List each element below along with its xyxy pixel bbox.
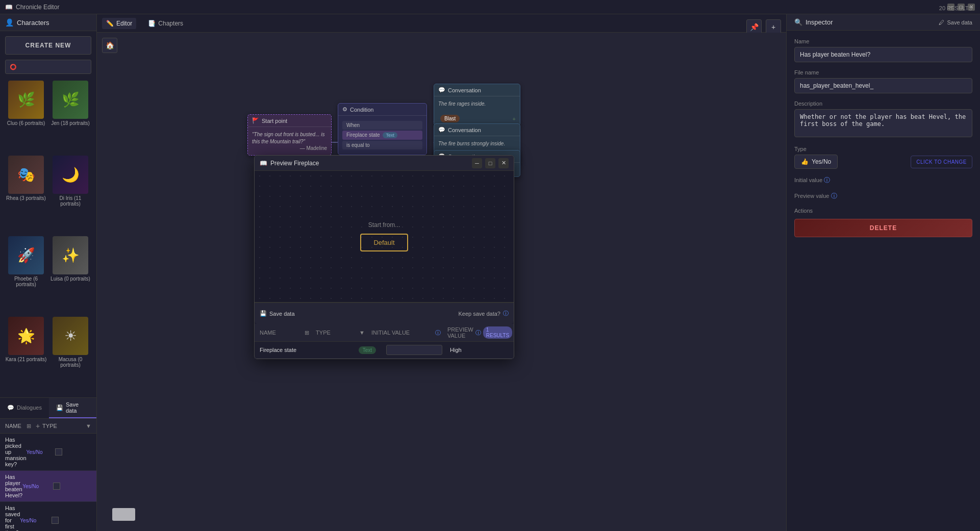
condition-node-title: Condition (350, 107, 373, 113)
editor-icon: ✏️ (106, 20, 114, 27)
yes-no-icon: 👍 (801, 158, 809, 165)
conv-blast-title: Conversation (448, 87, 481, 93)
row-initial-3 (52, 517, 91, 524)
filename-field-input[interactable] (794, 78, 972, 93)
macusa-portrait: ☀ (53, 317, 88, 355)
mt-info-icon: ⓘ (435, 329, 441, 337)
table-row-selected[interactable]: Has player beaten Hevel? Yes/No (0, 471, 96, 502)
col-name-header: NAME (5, 423, 24, 429)
modal-save-data-button[interactable]: 💾 Save data (260, 310, 295, 317)
equal-label: is equal to (342, 141, 422, 149)
character-grid: 🌿 Cluo (6 portraits) 🌿 Jen (18 portraits… (0, 78, 96, 397)
keep-save-data: Keep save data? ⓘ (458, 310, 509, 317)
type-field-label: Type (794, 146, 972, 152)
row-checkbox-selected (53, 483, 91, 490)
start-node-title: Start point (262, 118, 287, 124)
start-node-body: "The sign out front is busted... is this… (248, 127, 331, 155)
start-from-label: Start from... (368, 221, 400, 229)
row-checkbox-3[interactable] (52, 517, 59, 524)
character-card-luisa[interactable]: ✨ Luisa (0 portraits) (49, 236, 91, 314)
mt-info-icon-2: ⓘ (475, 329, 481, 337)
table-row[interactable]: Has picked up mansion key? Yes/No (0, 434, 96, 471)
character-card-kara[interactable]: 🌟 Kara (21 portraits) (5, 317, 47, 395)
modal-save-table: 💾 Save data Keep save data? ⓘ NAME ⊞ T (255, 302, 514, 359)
start-point-node[interactable]: 🚩 Start point "The sign out front is bus… (247, 114, 332, 156)
inspector-icon: 🔍 (794, 18, 802, 26)
conv-high-text: The fire burns strongly inside. (438, 140, 516, 147)
rhea-portrait: 🎭 (8, 156, 44, 194)
name-field-input[interactable] (794, 47, 972, 62)
character-card-diris[interactable]: 🌙 Di Iris (11 portraits) (49, 156, 91, 234)
character-card-jen[interactable]: 🌿 Jen (18 portraits) (49, 81, 91, 153)
flag-icon: 🚩 (252, 117, 259, 124)
save-data-icon: 💾 (56, 404, 63, 411)
search-icon: ⭕ (10, 64, 17, 70)
rhea-name: Rhea (3 portraits) (6, 195, 46, 201)
inspector-actions: Actions DELETE (794, 208, 972, 237)
bottom-panel: 💬 Dialogues 💾 Save data NAME ⊞ + TYPE ▼ (0, 397, 96, 531)
condition-node[interactable]: ⚙ Condition When Fireplace state Text is… (338, 103, 427, 155)
dialogues-icon: 💬 (7, 404, 14, 411)
nav-tab-editor[interactable]: ✏️ Editor (102, 18, 136, 29)
character-card-rhea[interactable]: 🎭 Rhea (3 portraits) (5, 156, 47, 234)
table-row-3[interactable]: Has saved for first time? Yes/No (0, 502, 96, 531)
description-field-label: Description (794, 100, 972, 107)
phoebe-portrait: 🚀 (8, 236, 44, 274)
delete-button[interactable]: DELETE (794, 219, 972, 237)
save-data-footer-icon: 💾 (260, 310, 267, 317)
canvas-area[interactable]: 🏠 (97, 33, 786, 531)
description-field-textarea[interactable]: Whether or not the player has beat Hevel… (794, 109, 972, 137)
modal-title: 📖 Preview Fireplace (260, 160, 319, 167)
row-type-selected: Yes/No (22, 484, 53, 489)
create-new-button[interactable]: CREATE NEW (5, 36, 91, 55)
mt-row-preview: High (447, 347, 509, 353)
modal-controls: ─ □ ✕ (472, 158, 509, 168)
add-save-data-button[interactable]: + (36, 422, 40, 430)
modal-close-button[interactable]: ✕ (498, 158, 509, 168)
conversation-blast-icon: 💬 (438, 87, 445, 93)
type-badge-text: Yes/No (812, 158, 831, 165)
initial-value-label: Initial value ⓘ (794, 176, 972, 185)
cluo-portrait: 🌿 (8, 81, 44, 119)
search-bar[interactable]: ⭕ (5, 60, 91, 74)
title-bar: 📖 Chronicle Editor ─ □ ✕ (0, 0, 980, 14)
default-start-button[interactable]: Default (360, 234, 408, 251)
phoebe-name: Phoebe (6 portraits) (5, 276, 47, 287)
inspector-body: Name File name Description Whether or no… (787, 31, 980, 531)
blast-add-icon[interactable]: + (513, 116, 516, 122)
node-graph: 🚩 Start point "The sign out front is bus… (97, 33, 786, 531)
modal-title-icon: 📖 (260, 160, 267, 167)
sidebar: 👤 Characters CREATE NEW ⭕ 🌿 Cluo (6 port… (0, 14, 97, 531)
save-data-label: Save data (66, 401, 89, 414)
row-checkbox-selected-box[interactable] (53, 483, 60, 490)
row-name-selected: Has player beaten Hevel? (5, 474, 22, 498)
kara-name: Kara (21 portraits) (6, 357, 47, 362)
canvas-minimap (112, 508, 135, 521)
conversation-blast-node[interactable]: 💬 Conversation The fire rages inside. Bl… (434, 84, 520, 126)
modal-body[interactable]: Start from... Default (255, 171, 514, 302)
name-field-label: Name (794, 38, 972, 44)
modal-titlebar: 📖 Preview Fireplace ─ □ ✕ (255, 156, 514, 171)
modal-minimize-button[interactable]: ─ (472, 158, 482, 168)
inspector-preview-field: Preview value ⓘ (794, 192, 972, 200)
character-card-macusa[interactable]: ☀ Macusa (0 portraits) (49, 317, 91, 395)
nav-tab-chapters[interactable]: 📑 Chapters (144, 18, 187, 29)
initial-info-icon: ⓘ (824, 176, 830, 184)
mt-add-icon[interactable]: ⊞ (305, 330, 309, 336)
modal-resize-button[interactable]: □ (485, 158, 495, 168)
diris-portrait: 🌙 (53, 156, 88, 194)
character-card-phoebe[interactable]: 🚀 Phoebe (6 portraits) (5, 236, 47, 314)
row-checkbox[interactable] (55, 448, 62, 456)
click-to-change[interactable]: CLICK TO CHANGE (911, 156, 972, 168)
inspector-save-data-button[interactable]: 🖊 Save data (939, 19, 972, 26)
editor-label: Editor (116, 20, 132, 27)
condition-icon: ⚙ (342, 106, 347, 113)
main-content: ✏️ Editor 📑 Chapters 📌 + 🏠 (97, 14, 786, 531)
character-card-cluo[interactable]: 🌿 Cluo (6 portraits) (5, 81, 47, 153)
mt-initial-input[interactable] (386, 345, 442, 355)
tab-dialogues[interactable]: 💬 Dialogues (0, 398, 49, 418)
conv-blast-body: The fire rages inside. (434, 96, 520, 112)
tab-save-data[interactable]: 💾 Save data (49, 398, 96, 418)
chapters-label: Chapters (158, 20, 183, 27)
condition-value: Fireplace state Text (342, 131, 422, 140)
